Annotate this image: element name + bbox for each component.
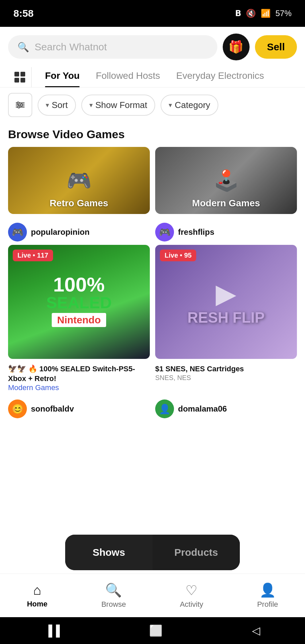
tab-electronics[interactable]: Everyday Electronics <box>168 67 272 87</box>
nav-browse[interactable]: 🔍 Browse <box>95 579 133 612</box>
nav-activity[interactable]: ♡ Activity <box>173 579 210 612</box>
recents-button[interactable]: ▐▐ <box>45 625 60 637</box>
home-icon: ⌂ <box>33 583 41 598</box>
system-nav: ▐▐ ⬜ ◁ <box>0 617 305 644</box>
avatar-freshflips: 🎮 <box>155 223 174 241</box>
bluetooth-icon: 𝗕 <box>235 9 241 18</box>
filter-options-button[interactable] <box>8 93 32 117</box>
nav-home[interactable]: ⌂ Home <box>20 579 54 612</box>
browse-icon: 🔍 <box>105 582 122 598</box>
freshflips-logo-icon: ▶ <box>187 278 265 309</box>
profile-icon: 👤 <box>259 582 276 598</box>
grid-icon <box>14 72 25 83</box>
stream-tag-popularopinion: Modern Games <box>8 383 150 392</box>
streamer-name-freshflips: freshflips <box>178 227 214 237</box>
category-cards: 🎮 Retro Games 🕹️ Modern Games <box>8 147 297 214</box>
stream-subtitle-freshflips: SNES, NES <box>155 374 297 382</box>
freshflips-brand-text: RESH FLIP <box>187 309 265 326</box>
bottom-nav: ⌂ Home 🔍 Browse ♡ Activity 👤 Profile <box>0 574 305 617</box>
streamer-name-domalama06: domalama06 <box>178 404 227 414</box>
streamer-header-popularopinion: 🎮 popularopinion <box>8 223 150 241</box>
filter-bar: ▾ Sort ▾ Show Format ▾ Category <box>0 88 305 122</box>
filter-icon <box>15 100 26 110</box>
browse-title: Browse Video Games <box>8 128 297 141</box>
stream-thumb-freshflips[interactable]: Live • 95 ▶ RESH FLIP <box>155 245 297 359</box>
home-label: Home <box>27 600 47 608</box>
stream-title-freshflips: $1 SNES, NES Cartridges <box>155 364 297 374</box>
profile-label: Profile <box>257 600 278 609</box>
sort-chip[interactable]: ▾ Sort <box>38 95 76 116</box>
wifi-icon: 📶 <box>261 9 271 18</box>
stream-col-left: 🎮 popularopinion Live • 117 100% SEALED … <box>8 223 150 394</box>
tab-foryou[interactable]: For You <box>37 67 88 87</box>
tab-followed[interactable]: Followed Hosts <box>88 67 168 87</box>
browse-section: Browse Video Games 🎮 Retro Games 🕹️ Mode… <box>0 122 305 217</box>
show-format-chip[interactable]: ▾ Show Format <box>81 95 156 116</box>
gift-button[interactable]: 🎁 <box>223 34 250 60</box>
activity-icon: ♡ <box>185 583 198 598</box>
gift-icon: 🎁 <box>228 40 244 54</box>
stream-title-popularopinion: 🦅🦅 🔥 100% SEALED Switch-PS5-Xbox + Retro… <box>8 364 150 383</box>
search-box[interactable]: 🔍 Search Whatnot <box>8 35 217 59</box>
category-chevron-icon: ▾ <box>169 101 172 109</box>
status-bar: 8:58 𝗕 🔇 📶 57% <box>0 0 305 27</box>
search-placeholder: Search Whatnot <box>35 41 107 53</box>
avatar-domalama06: 👤 <box>155 399 174 418</box>
shows-popup-item[interactable]: Shows <box>65 535 152 570</box>
avatar-popularopinion: 🎮 <box>8 223 27 241</box>
nav-profile[interactable]: 👤 Profile <box>250 579 285 612</box>
streamer-header-domalama06: 👤 domalama06 <box>155 399 297 418</box>
search-icon: 🔍 <box>17 42 29 53</box>
stream-info-popularopinion: 🦅🦅 🔥 100% SEALED Switch-PS5-Xbox + Retro… <box>8 362 150 394</box>
status-time: 8:58 <box>13 8 34 19</box>
streamer-header-sonofbaldv: 😊 sonofbaldv <box>8 399 150 418</box>
category-card-modern[interactable]: 🕹️ Modern Games <box>155 147 297 214</box>
svg-point-4 <box>20 104 23 106</box>
tabs-container: For You Followed Hosts Everyday Electron… <box>0 64 305 88</box>
activity-label: Activity <box>180 600 203 609</box>
stream-info-freshflips: $1 SNES, NES Cartridges SNES, NES <box>155 362 297 384</box>
shows-products-popup: Shows Products <box>65 535 240 570</box>
sort-chevron-icon: ▾ <box>46 101 49 109</box>
stream-content-popularopinion: 100% SEALED Nintendo <box>8 245 150 359</box>
streamer-name-sonofbaldv: sonofbaldv <box>31 404 74 414</box>
grid-view-button[interactable] <box>8 67 32 87</box>
svg-point-5 <box>18 106 20 108</box>
browse-label: Browse <box>101 600 126 609</box>
products-popup-item[interactable]: Products <box>152 535 240 570</box>
retro-label: Retro Games <box>8 198 150 209</box>
streams-grid: 🎮 popularopinion Live • 117 100% SEALED … <box>0 217 305 399</box>
stream-content-freshflips: ▶ RESH FLIP <box>155 245 297 359</box>
bottom-streamers: 😊 sonofbaldv 👤 domalama06 <box>0 399 305 425</box>
battery-label: 57% <box>275 9 292 18</box>
home-button[interactable]: ⬜ <box>149 624 163 637</box>
search-container: 🔍 Search Whatnot 🎁 Sell <box>0 27 305 64</box>
svg-point-3 <box>17 102 19 104</box>
stream-col-right: 🎮 freshflips Live • 95 ▶ RESH FLIP $1 SN… <box>155 223 297 394</box>
category-chip[interactable]: ▾ Category <box>161 95 218 116</box>
mute-icon: 🔇 <box>246 9 256 18</box>
status-icons: 𝗕 🔇 📶 57% <box>235 9 292 18</box>
modern-label: Modern Games <box>155 198 297 209</box>
stream-thumb-popularopinion[interactable]: Live • 117 100% SEALED Nintendo <box>8 245 150 359</box>
sell-button[interactable]: Sell <box>255 35 297 59</box>
show-format-chevron-icon: ▾ <box>89 101 93 109</box>
category-card-retro[interactable]: 🎮 Retro Games <box>8 147 150 214</box>
live-badge-freshflips: Live • 95 <box>160 250 196 261</box>
streamer-header-freshflips: 🎮 freshflips <box>155 223 297 241</box>
avatar-sonofbaldv: 😊 <box>8 399 27 418</box>
back-button[interactable]: ◁ <box>252 624 260 637</box>
live-badge-popularopinion: Live • 117 <box>13 250 53 261</box>
streamer-name-popularopinion: popularopinion <box>31 227 90 237</box>
